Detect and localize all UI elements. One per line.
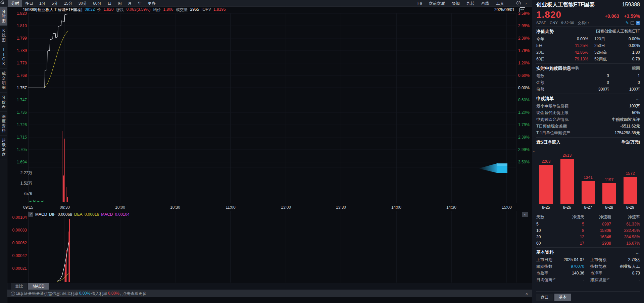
section-title: 申赎清单 — [536, 96, 554, 102]
notice-text: 华泰证券融券通供需信息: 融出利率 0.00% 借入利率 0.00%, 点击查看… — [16, 291, 147, 297]
menu-item-年[interactable]: 年 — [135, 0, 145, 7]
edit-icon[interactable]: ✎ — [626, 20, 629, 25]
stock-code: 159388 — [622, 2, 640, 8]
volume-axis-label: 1.52万 — [11, 181, 32, 186]
menu-item-分时[interactable]: 分时 — [8, 0, 22, 7]
intraday-chart[interactable]: 1.8201.8101.7991.7891.7781.7681.7571.747… — [7, 13, 532, 204]
bar-group: 1572 — [621, 171, 640, 204]
sidebar-item-超级复盘[interactable]: 超 级 复 盘 — [0, 136, 7, 159]
index-code-link[interactable]: 970070 — [556, 264, 584, 269]
section-title: 净值走势 — [536, 29, 554, 35]
more-button[interactable]: … — [636, 96, 640, 101]
notice-part: 0.00% — [79, 291, 91, 297]
redeem-list-section: 申赎清单 … 最小申赎单位份额100万现金替代比例上限50%申购赎回允许情况申购… — [536, 94, 640, 136]
bar-date-label: 8-28 — [599, 205, 619, 210]
col-redeem: 赎回 — [609, 65, 640, 71]
section-title: 近5日净流入 — [536, 139, 560, 145]
indicator-tab-量比[interactable]: 量比 — [11, 283, 28, 290]
price-axis-label: 1.778 — [11, 61, 27, 65]
indicator-tabs: 量比MACD — [7, 283, 532, 290]
menu-item-F9[interactable]: F9 — [414, 0, 425, 7]
chevron-right-icon[interactable]: › — [523, 0, 529, 7]
bar-group: 2263 — [536, 159, 556, 204]
net-inflow-bar-chart: » 22632613134111971572 — [536, 147, 640, 204]
inflow-bar — [602, 183, 616, 204]
price-axis-label: 1.705 — [11, 147, 27, 152]
menu-item-更多[interactable]: 更多 — [145, 0, 159, 7]
notice-part: , 点击查看更多 — [120, 291, 147, 297]
close-icon[interactable]: × — [525, 291, 528, 296]
menu-item-多日[interactable]: 多日 — [22, 0, 36, 7]
flow-table-section: 天数净流天净流额净流率 55898761.33%10815806232.45%2… — [536, 213, 640, 246]
menu-item-15分[interactable]: 15分 — [61, 0, 75, 7]
sidebar-item-深度资料[interactable]: 深 度 资 料 — [0, 112, 7, 136]
quote-info-part: IOPV — [201, 7, 211, 13]
add-icon[interactable]: + — [636, 21, 640, 25]
inflow-bar — [624, 177, 637, 204]
menu-item-月[interactable]: 月 — [125, 0, 135, 7]
more-button[interactable]: … — [636, 250, 640, 255]
time-axis-label: 13:00 — [281, 205, 291, 210]
flow-table-header: 天数 — [536, 214, 552, 220]
gear-icon[interactable] — [508, 0, 514, 7]
menu-item-盘前盘后[interactable]: 盘前盘后 — [426, 0, 448, 7]
menu-item-九转[interactable]: 九转 — [463, 0, 478, 7]
bar-group: 2613 — [557, 153, 577, 204]
intraday-chart-canvas — [7, 13, 532, 204]
macd-value: 0.00104 — [115, 212, 130, 217]
macd-help-icon[interactable]: ? — [28, 212, 33, 217]
menu-item-1分[interactable]: 1分 — [36, 0, 49, 7]
sidebar-item-成交明细[interactable]: 成 交 明 细 — [0, 69, 7, 93]
chart-area: 159388[创业板人工智能ETF国泰]09:32价1.820涨跌0.063(3… — [7, 7, 532, 303]
net-inflow-section: 近5日净流入 单位(万元) » 22632613134111971572 8-2… — [536, 137, 640, 212]
menu-item-工具[interactable]: 工具 — [493, 0, 507, 7]
flow-table-row: 10815806232.45% — [536, 227, 640, 234]
macd-canvas — [7, 211, 532, 283]
menu-item-日[interactable]: 日 — [104, 0, 114, 7]
panel-tab-盘口[interactable]: 盘口 — [536, 294, 553, 301]
broker-notice-bar[interactable]: i 华泰证券融券通供需信息: 融出利率 0.00% 借入利率 0.00%, 点击… — [7, 290, 532, 297]
nav-trend-row: 20日42.86%52周高1.80 — [536, 49, 640, 56]
macd-label: MACD — [101, 212, 113, 217]
menu-item-叠加[interactable]: 叠加 — [449, 0, 463, 7]
redeem-row: T-1日单位申赎资产1754298.38元 — [536, 130, 640, 136]
nav-trend-row: 今年0.00%120日0.00% — [536, 36, 640, 42]
stock-name: 创业板人工智能ETF国泰 — [536, 1, 595, 8]
trading-status: 交易中 — [578, 20, 589, 26]
menu-item-60分[interactable]: 60分 — [90, 0, 104, 7]
bar-date-label: 8-25 — [536, 205, 556, 210]
sidebar-item-K线图[interactable]: K 线 图 — [0, 26, 7, 45]
overlay-icon[interactable] — [631, 21, 634, 25]
macd-axis-label: 0.00062 — [9, 241, 27, 245]
quote-info-part: 均价 — [153, 7, 161, 13]
quote-info-part: 1.820 — [103, 7, 113, 13]
quote-info-part: 09:32 — [85, 7, 95, 13]
sidebar-item-分价表[interactable]: 分 价 表 — [0, 93, 7, 112]
menu-item-30分[interactable]: 30分 — [76, 0, 90, 7]
quote-info-part: 2965 — [190, 7, 199, 13]
sidebar-item-TICK[interactable]: T I C K — [0, 45, 7, 69]
menu-item-5分[interactable]: 5分 — [49, 0, 61, 7]
flow-table-header: 净流额 — [584, 214, 611, 220]
panel-tab-基本[interactable]: 基本 — [554, 294, 571, 301]
macd-axis-label: 0.00042 — [9, 253, 27, 258]
help-icon[interactable]: ? — [515, 0, 522, 7]
volume-axis-label: 7576 — [11, 191, 32, 196]
basic-info-row: 跟踪指数970070指数简称创业板人工 — [536, 263, 640, 270]
macd-axis-label: 0.00021 — [9, 266, 27, 271]
close-icon[interactable]: × — [522, 212, 528, 217]
last-price: 1.820 — [536, 9, 561, 20]
time-axis-label: 11:00 — [226, 205, 235, 210]
dea-label: DEA — [74, 212, 83, 217]
price-axis-label: 1.715 — [11, 135, 27, 140]
inflow-bar — [560, 159, 574, 204]
menu-item-画线[interactable]: 画线 — [478, 0, 492, 7]
dif-label: DIF — [49, 212, 55, 217]
menu-item-周[interactable]: 周 — [114, 0, 125, 7]
indicator-tab-MACD[interactable]: MACD — [28, 283, 49, 290]
chevrons-icon[interactable]: » — [532, 149, 535, 154]
trade-date: 2025/09/01 — [494, 7, 514, 12]
sidebar-item-分时图[interactable]: 分 时 图 — [0, 7, 7, 26]
macd-pane[interactable]: ? MACD DIF 0.00068 DEA 0.00016 MACD 0.00… — [7, 211, 532, 283]
quote-time: 9:32:30 — [561, 21, 574, 25]
